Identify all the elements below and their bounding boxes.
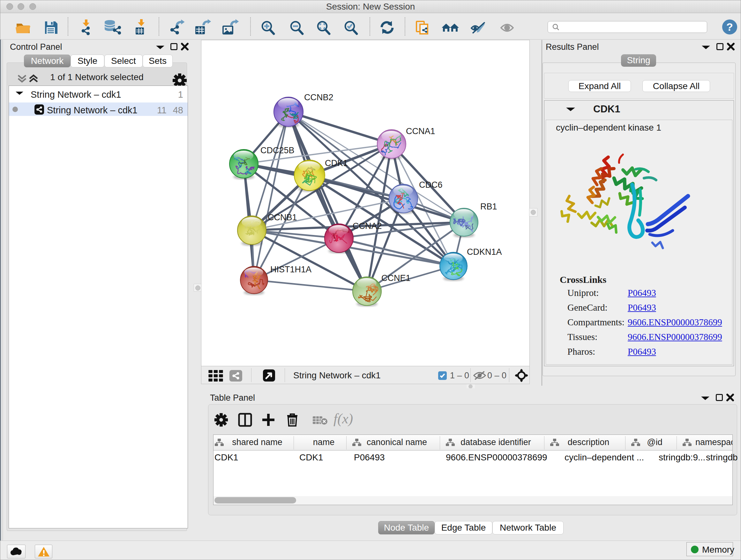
- svg-text:CDK1: CDK1: [325, 159, 348, 168]
- svg-text:CCNB2: CCNB2: [304, 92, 333, 102]
- svg-text:CDC25B: CDC25B: [260, 145, 294, 155]
- svg-text:RB1: RB1: [480, 202, 497, 211]
- svg-text:CCNE1: CCNE1: [381, 273, 411, 283]
- svg-text:CDC6: CDC6: [419, 180, 443, 190]
- svg-text:CCNB1: CCNB1: [268, 212, 297, 222]
- svg-text:HIST1H1A: HIST1H1A: [270, 265, 312, 274]
- svg-text:CDKN1A: CDKN1A: [467, 247, 502, 257]
- svg-text:CCNA1: CCNA1: [406, 126, 435, 136]
- svg-text:CCNA2: CCNA2: [353, 221, 382, 231]
